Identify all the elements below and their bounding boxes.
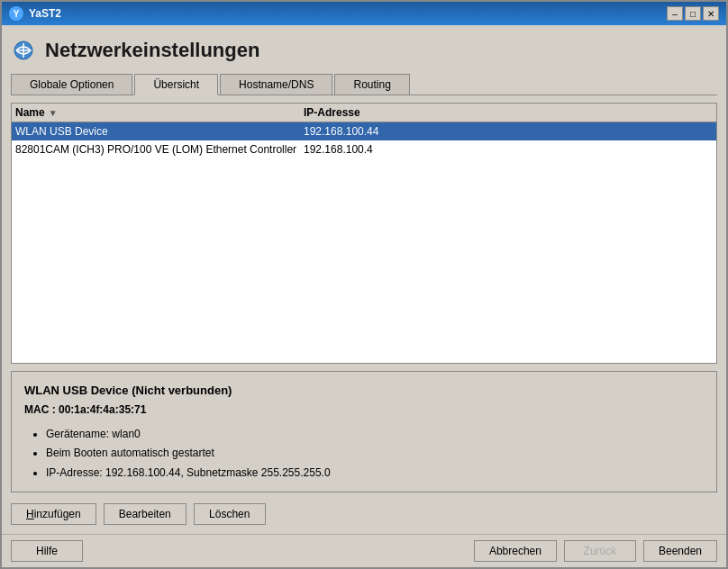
row-2-name: 82801CAM (ICH3) PRO/100 VE (LOM) Etherne… — [15, 143, 304, 156]
titlebar-left: Y YaST2 — [9, 6, 61, 21]
footer-left: Hilfe — [11, 540, 83, 562]
page-title: Netzwerkeinstellungen — [45, 39, 259, 62]
device-info-box: WLAN USB Device (Nicht verbunden) MAC : … — [11, 371, 717, 492]
titlebar: Y YaST2 – □ ✕ — [2, 2, 726, 25]
footer: Hilfe Abbrechen Zurück Beenden — [2, 534, 726, 567]
maximize-button[interactable]: □ — [685, 6, 701, 21]
detail-item: Gerätename: wlan0 — [46, 425, 704, 443]
device-details: Gerätename: wlan0 Beim Booten automatisc… — [46, 425, 704, 482]
tab-hostname-dns[interactable]: Hostname/DNS — [220, 74, 332, 95]
edit-button[interactable]: Bearbeiten — [104, 503, 187, 525]
tab-global-options[interactable]: Globale Optionen — [11, 74, 132, 95]
titlebar-title: YaST2 — [29, 7, 61, 20]
finish-button[interactable]: Beenden — [643, 540, 717, 562]
detail-item: IP-Adresse: 192.168.100.44, Subnetzmaske… — [46, 464, 704, 482]
help-button[interactable]: Hilfe — [11, 540, 83, 562]
titlebar-buttons: – □ ✕ — [667, 6, 719, 21]
name-column-header: Name ▼ — [15, 106, 304, 119]
detail-item: Beim Booten automatisch gestartet — [46, 444, 704, 462]
action-buttons: Hinzufügen Bearbeiten Löschen — [11, 500, 717, 525]
row-1-name: WLAN USB Device — [15, 125, 304, 138]
tab-routing[interactable]: Routing — [334, 74, 409, 95]
mac-value: 00:1a:4f:4a:35:71 — [59, 403, 146, 416]
row-2-ip: 192.168.100.4 — [304, 143, 713, 156]
table-row[interactable]: 82801CAM (ICH3) PRO/100 VE (LOM) Etherne… — [12, 140, 716, 158]
sort-icon: ▼ — [49, 108, 58, 118]
minimize-button[interactable]: – — [667, 6, 683, 21]
main-window: Y YaST2 – □ ✕ Netzwerkeinstellungen G — [0, 0, 728, 569]
main-panel: Name ▼ IP-Adresse WLAN USB Device 192.16… — [11, 103, 717, 525]
mac-line: MAC : 00:1a:4f:4a:35:71 — [24, 401, 704, 419]
row-1-ip: 192.168.100.44 — [304, 125, 713, 138]
mac-label: MAC : — [24, 403, 56, 416]
app-icon: Y — [9, 6, 23, 21]
ip-column-header: IP-Adresse — [304, 106, 713, 119]
delete-button[interactable]: Löschen — [194, 503, 266, 525]
content-area: Netzwerkeinstellungen Globale Optionen Ü… — [2, 25, 726, 534]
back-button[interactable]: Zurück — [564, 540, 636, 562]
footer-right: Abbrechen Zurück Beenden — [474, 540, 717, 562]
device-info-title: WLAN USB Device (Nicht verbunden) — [24, 381, 704, 401]
table-header: Name ▼ IP-Adresse — [12, 104, 716, 122]
add-button[interactable]: Hinzufügen — [11, 503, 96, 525]
table-row[interactable]: WLAN USB Device 192.168.100.44 — [12, 122, 716, 140]
network-icon — [13, 40, 34, 61]
tab-bar: Globale Optionen Übersicht Hostname/DNS … — [11, 74, 717, 95]
cancel-button[interactable]: Abbrechen — [474, 540, 557, 562]
tab-overview[interactable]: Übersicht — [134, 74, 218, 95]
device-table[interactable]: Name ▼ IP-Adresse WLAN USB Device 192.16… — [11, 103, 717, 364]
page-header: Netzwerkeinstellungen — [11, 34, 717, 67]
close-button[interactable]: ✕ — [703, 6, 719, 21]
header-icon — [11, 38, 36, 63]
